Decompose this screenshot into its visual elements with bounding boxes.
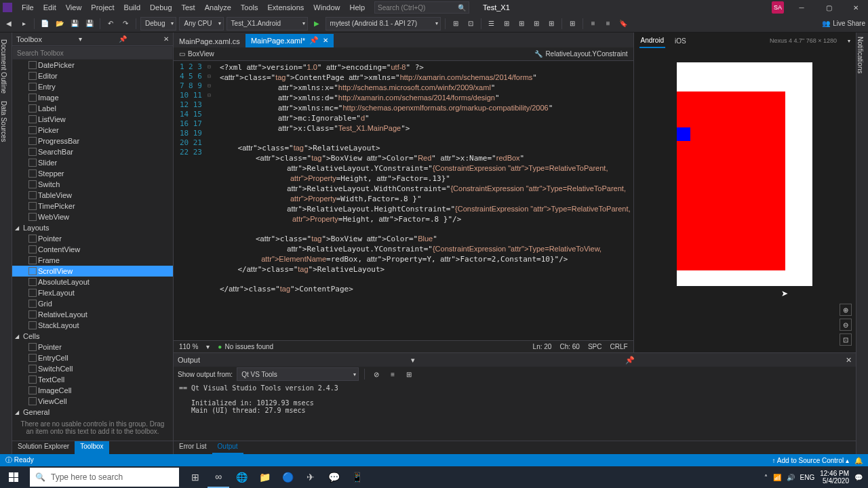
nav-type-dropdown[interactable]: ▭ BoxView [174,50,220,58]
app-icon-2[interactable]: 📱 [346,466,368,488]
toolbox-group-general[interactable]: General [12,407,173,415]
device-selector[interactable]: Nexus 4 4.7" 768 × 1280 [770,37,837,44]
toolbox-item-stepper[interactable]: Stepper [12,168,173,179]
output-source-dropdown[interactable]: Qt VS Tools [237,367,359,381]
toolbox-item-slider[interactable]: Slider [12,157,173,168]
toolbox-item-relativelayout[interactable]: RelativeLayout [12,309,173,320]
toolbar-icon-9[interactable]: ≡ [587,18,599,30]
menu-file[interactable]: File [18,2,38,13]
save-button[interactable]: 💾 [68,18,81,30]
zoom-level[interactable]: 110 % [179,343,198,350]
notifications-icon[interactable]: 🔔 [854,457,863,464]
toolbox-item-stacklayout[interactable]: StackLayout [12,320,173,331]
toolbox-item-scrollview[interactable]: ScrollView [12,266,173,277]
toolbox-item-entry[interactable]: Entry [12,81,173,92]
tab-mainpage-cs[interactable]: MainPage.xaml.cs [174,34,245,47]
menu-edit[interactable]: Edit [39,2,60,13]
toolbox-close-icon[interactable]: ✕ [163,35,169,43]
toolbox-pin-icon[interactable]: 📌 [119,35,127,43]
file-explorer-icon[interactable]: 📁 [254,466,275,488]
start-debug-button[interactable]: ▶ [311,18,323,30]
zoom-out-button[interactable]: ⊖ [840,319,852,331]
preview-canvas[interactable]: ➤ ⊕ ⊖ ⊡ [634,49,856,352]
menu-extensions[interactable]: Extensions [264,2,309,13]
save-all-button[interactable]: 💾 [83,18,96,30]
tab-mainpage-xaml[interactable]: MainPage.xaml* 📌 ✕ [245,34,334,47]
config-dropdown[interactable]: Debug [140,17,176,30]
toolbox-item-absolutelayout[interactable]: AbsoluteLayout [12,277,173,287]
live-share-button[interactable]: 👥 Live Share [822,20,865,27]
toolbox-item-switchcell[interactable]: SwitchCell [12,363,173,374]
tray-language-icon[interactable]: ENG [800,474,815,481]
toolbox-dropdown-icon[interactable]: ▾ [79,35,82,43]
toolbar-icon-3[interactable]: ☰ [486,18,498,30]
output-clear-icon[interactable]: ⊘ [370,368,382,380]
toolbox-group-layouts[interactable]: Layouts [12,222,173,233]
start-button[interactable] [0,466,27,488]
toolbox-item-webview[interactable]: WebView [12,211,173,222]
tray-volume-icon[interactable]: 🔊 [787,474,795,481]
visual-studio-icon[interactable]: ∞ [208,466,229,488]
fold-gutter[interactable]: ⊟ ⊟ ⊟ ⊟ [208,61,217,340]
toolbox-item-picker[interactable]: Picker [12,125,173,136]
startup-project-dropdown[interactable]: Test_X1.Android [226,17,308,30]
toolbox-item-pointer[interactable]: Pointer [12,342,173,352]
run-target-dropdown[interactable]: mytest (Android 8.1 - API 27) [326,17,441,30]
nav-member-dropdown[interactable]: 🔧 RelativeLayout.YConstraint [529,50,633,58]
line-ending-indicator[interactable]: CRLF [610,343,627,350]
output-pin-icon[interactable]: 📌 [625,356,635,365]
zoom-in-button[interactable]: ⊕ [840,304,852,316]
telegram-icon[interactable]: ✈ [300,466,321,488]
output-tab[interactable]: Output [212,441,243,454]
spacing-indicator[interactable]: SPC [588,343,602,350]
toolbox-item-viewcell[interactable]: ViewCell [12,396,173,407]
toolbar-icon-2[interactable]: ⊡ [465,18,477,30]
menu-test[interactable]: Test [178,2,199,13]
forward-button[interactable]: ▸ [18,18,30,30]
maximize-button[interactable]: ▢ [819,1,838,14]
undo-button[interactable]: ↶ [104,18,117,30]
error-list-tab[interactable]: Error List [174,441,212,454]
toolbox-search-input[interactable]: Search Toolbox [12,46,173,60]
device-dropdown-icon[interactable]: ▾ [848,38,850,44]
global-search-input[interactable]: Search (Ctrl+Q) 🔍 [374,1,469,14]
tab-pin-icon[interactable]: 📌 [309,36,319,45]
issues-indicator[interactable]: No issues found [218,343,273,350]
notifications-tab[interactable]: Notifications [856,37,864,73]
document-outline-tab[interactable]: Document Outline [0,37,9,96]
toolbar-icon-1[interactable]: ⊞ [450,18,462,30]
app-icon[interactable]: 💬 [323,466,344,488]
code-content[interactable]: <?xml attr">version="1.0" attr">encoding… [217,61,633,340]
output-dropdown-icon[interactable]: ▾ [411,356,415,365]
toolbox-item-datepicker[interactable]: DatePicker [12,60,173,70]
tray-network-icon[interactable]: 📶 [773,474,781,481]
toolbox-item-frame[interactable]: Frame [12,255,173,266]
preview-tab-android[interactable]: Android [639,34,665,48]
user-avatar[interactable]: SA [772,1,784,14]
close-button[interactable]: ✕ [846,1,865,14]
toolbar-icon-4[interactable]: ⊞ [500,18,513,30]
new-project-button[interactable]: 📄 [39,18,51,30]
solution-explorer-tab[interactable]: Solution Explorer [12,441,75,454]
toolbox-item-flexlayout[interactable]: FlexLayout [12,287,173,298]
task-view-icon[interactable]: ⊞ [184,466,206,488]
toolbox-item-grid[interactable]: Grid [12,298,173,309]
output-close-icon[interactable]: ✕ [846,356,852,365]
toolbar-icon-10[interactable]: ≡ [602,18,614,30]
toolbox-item-searchbar[interactable]: SearchBar [12,146,173,157]
bookmark-icon[interactable]: 🔖 [617,18,629,30]
menu-project[interactable]: Project [87,2,118,13]
toolbox-item-listview[interactable]: ListView [12,114,173,125]
tray-notifications-icon[interactable]: 💬 [854,474,863,481]
toolbar-icon-8[interactable]: ⊞ [566,18,578,30]
data-sources-tab[interactable]: Data Sources [0,98,9,145]
toolbox-item-editor[interactable]: Editor [12,70,173,81]
menu-window[interactable]: Window [309,2,344,13]
toolbar-icon-5[interactable]: ⊞ [515,18,528,30]
menu-view[interactable]: View [62,2,86,13]
toolbox-group-cells[interactable]: Cells [12,331,173,342]
menu-tools[interactable]: Tools [237,2,262,13]
toolbar-icon-7[interactable]: ⊞ [545,18,557,30]
platform-dropdown[interactable]: Any CPU [179,17,223,30]
toolbox-item-label[interactable]: Label [12,103,173,114]
